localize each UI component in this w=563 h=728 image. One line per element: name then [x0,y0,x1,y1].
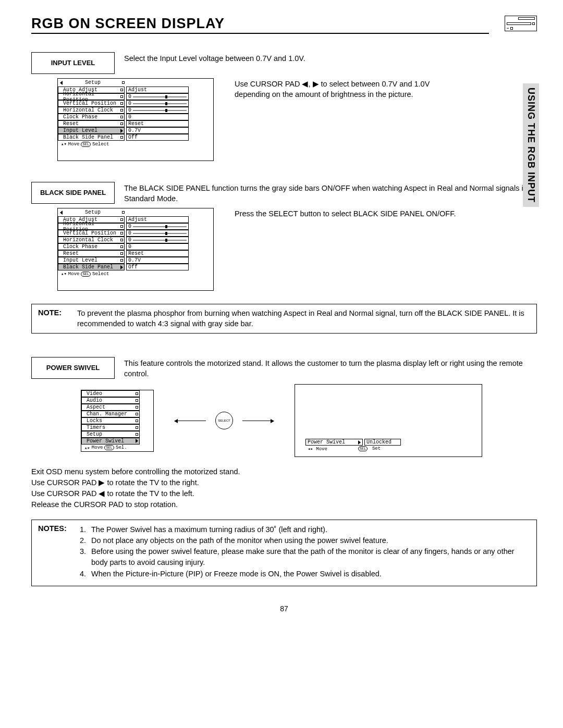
ps-result-value: Unlocked [364,439,401,446]
ps-result-label: Power Swivel [308,439,345,445]
section-label-input-level: INPUT LEVEL [31,52,115,74]
page-title: RGB ON SCREEN DISPLAY [31,16,489,34]
move-label: Move [316,447,327,452]
sel-oval: SEL [358,446,368,451]
section-desc: This feature controls the motorized stan… [115,357,537,379]
set-label: Set [372,446,381,451]
section-label-ps: POWER SWIVEL [31,357,115,379]
select-flow: SELECT [175,412,274,429]
notes-box: NOTES: The Power Swivel has a maximum tu… [31,520,537,586]
osd-bsp: SetupAuto AdjustAdjustHorizontal Positio… [57,208,214,291]
side-tab: USING THE RGB INPUT [523,83,539,207]
select-ring-icon: SELECT [215,412,233,429]
notes-label: NOTES: [38,524,80,579]
osd-ps-result: Power Swivel Unlocked ◂▸ Move SEL Set [295,384,482,457]
tv-icon: •• [505,16,537,31]
note-text: To prevent the plasma phosphor from burn… [77,309,530,329]
section-desc: The BLACK SIDE PANEL function turns the … [115,182,537,204]
bsp-instruction: Press the SELECT button to select BLACK … [235,208,456,219]
ps-instructions: Exit OSD menu system before controlling … [31,466,537,510]
note-label: NOTE: [38,309,77,329]
osd-ps-menu: VideoAudioAspectChan. ManagerLocksTimers… [81,390,154,452]
section-desc: Select the Input Level voltage between 0… [115,52,305,74]
notes-list: The Power Swivel has a maximum turning r… [88,524,530,579]
note-box: NOTE: To prevent the plasma phosphor fro… [31,304,537,334]
page-number: 87 [31,604,537,613]
osd-input-level: SetupAuto AdjustAdjustHorizontal Positio… [57,78,214,161]
section-label-bsp: BLACK SIDE PANEL [31,182,115,204]
input-level-instruction: Use CURSOR PAD ◀, ▶ to select between 0.… [235,78,464,100]
